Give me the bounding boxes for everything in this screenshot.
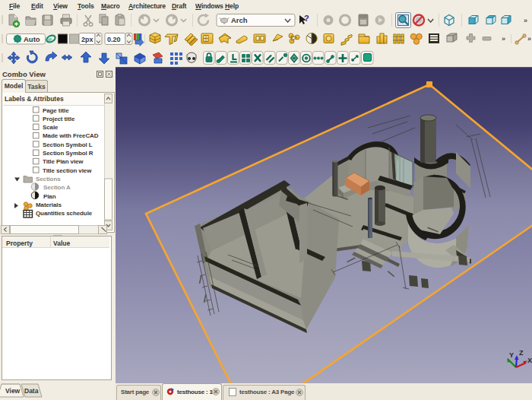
svg-text:Plan: Plan: [43, 193, 56, 200]
svg-text:Quantities schedule: Quantities schedule: [36, 210, 93, 217]
svg-text:Section A: Section A: [43, 184, 71, 191]
svg-text:Title Plan view: Title Plan view: [43, 158, 84, 165]
svg-text:»: »: [502, 35, 505, 43]
svg-text:Data: Data: [24, 387, 39, 395]
svg-text:Y: Y: [509, 351, 514, 359]
svg-text:?: ?: [304, 14, 309, 23]
svg-text:Made with FreeCAD: Made with FreeCAD: [43, 132, 99, 139]
svg-text:Title section view: Title section view: [43, 167, 92, 174]
svg-text:Section Symbol L: Section Symbol L: [43, 141, 93, 148]
svg-text:»: »: [524, 17, 527, 24]
svg-text:View: View: [5, 387, 21, 395]
svg-text:»: »: [527, 35, 531, 43]
svg-text:2px: 2px: [81, 36, 93, 43]
svg-text:Arch: Arch: [231, 16, 248, 24]
svg-text:Auto: Auto: [24, 35, 40, 43]
svg-text:Z: Z: [519, 349, 524, 357]
svg-text:0.20: 0.20: [107, 36, 121, 43]
svg-text:Section Symbol R: Section Symbol R: [43, 150, 93, 157]
svg-text:Scale: Scale: [43, 124, 59, 131]
svg-text:Project title: Project title: [43, 116, 75, 122]
svg-text:Materials: Materials: [36, 202, 62, 208]
svg-text:Page title: Page title: [43, 107, 69, 114]
svg-text:X: X: [527, 357, 532, 364]
svg-text:Sections: Sections: [36, 176, 61, 183]
